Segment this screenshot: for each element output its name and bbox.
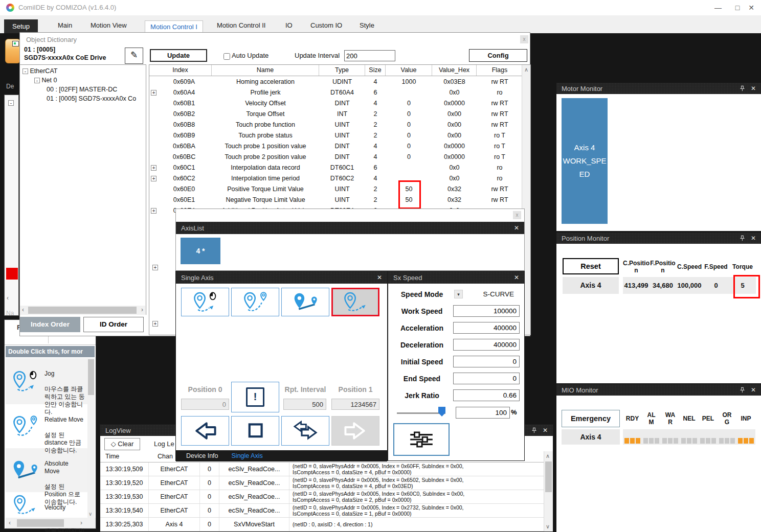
log-vertical-scrollbar[interactable]: ∧ ∨ (544, 451, 553, 531)
list-item-jog[interactable]: Jog 마우스를 좌클 릭하고 있는 동 안만 이송합니 다. (6, 358, 88, 404)
list-item-velocity[interactable]: Velocity Stop 명령이 입 력될 때까지 이 송합니다. (6, 492, 88, 518)
jog-mode-button[interactable] (181, 288, 229, 316)
config-button[interactable]: Config (469, 49, 527, 62)
navigator-horizontal-scrollbar[interactable]: ‹ › (6, 518, 96, 528)
mio-row-label[interactable]: Axis 4 (562, 429, 620, 445)
tree-node-ethercat[interactable]: - EtherCAT (23, 67, 57, 75)
close-button[interactable]: ✕ (744, 2, 758, 13)
log-row[interactable]: 13:30:25,303 Axis 4 0 SxVMoveStart (netI… (100, 518, 544, 531)
expand-icon[interactable]: + (151, 208, 156, 214)
scroll-up-icon[interactable]: ∧ (522, 66, 530, 73)
position0-input[interactable] (181, 399, 229, 410)
tree-node-net0[interactable]: - Net 0 (34, 77, 57, 84)
tab-custom-io[interactable]: Custom IO (310, 21, 342, 29)
speed-percent-input[interactable] (456, 407, 510, 419)
pin-icon[interactable] (739, 235, 746, 242)
repeat-move-button[interactable] (281, 416, 329, 446)
table-row[interactable]: 0x60BC Touch probe 2 position value DINT… (149, 151, 530, 162)
tab-main[interactable]: Main (58, 21, 72, 29)
reset-button[interactable]: Reset (563, 258, 619, 274)
close-icon[interactable]: ✕ (751, 386, 756, 394)
tab-motion-control-2[interactable]: Motion Control II (217, 21, 265, 29)
edit-device-button[interactable]: ✎ (125, 48, 143, 64)
speed-mode-dropdown[interactable]: ▾ (454, 290, 463, 298)
move-left-button[interactable] (181, 416, 229, 446)
rpt-interval-input[interactable] (283, 399, 326, 410)
scroll-left-icon[interactable]: ‹ (7, 294, 9, 302)
expand-icon[interactable]: + (151, 176, 156, 181)
minimize-button[interactable]: — (711, 2, 725, 13)
tree-collapse-icon[interactable]: - (8, 100, 14, 106)
tab-single-axis[interactable]: Single Axis (232, 452, 263, 459)
table-row[interactable]: 0x60B8 Touch probe function UINT 2 0 0x0… (149, 119, 530, 130)
scroll-down-icon[interactable]: ∨ (546, 523, 550, 530)
log-row[interactable]: 13:30:19,509 EtherCAT 0 ecSlv_ReadCoe...… (100, 462, 544, 476)
speed-settings-button[interactable] (393, 423, 450, 456)
expand-icon[interactable]: + (152, 321, 158, 327)
table-row[interactable]: 0x60B1 Velocity Offset DINT 4 0 0x0000 r… (149, 98, 530, 108)
close-icon[interactable]: ✕ (514, 224, 519, 232)
log-row[interactable]: 13:30:19,520 EtherCAT 0 ecSlv_ReadCoe...… (100, 476, 544, 490)
auto-update-checkbox[interactable] (223, 53, 230, 60)
table-row[interactable]: 0x609A Homing acceleration UDINT 4 1000 … (149, 76, 530, 87)
close-icon[interactable]: x (520, 35, 528, 43)
scroll-up-icon[interactable]: ∧ (546, 453, 550, 459)
tab-setup[interactable]: Setup (4, 19, 38, 33)
relative-move-mode-button[interactable] (231, 288, 279, 316)
tree-node-drive[interactable]: 01 : [0005] SGD7S-xxxxA0x Co (47, 95, 136, 102)
index-order-button[interactable]: Index Order (20, 317, 80, 332)
update-interval-input[interactable] (344, 50, 395, 61)
stop-button[interactable] (231, 416, 279, 446)
close-icon[interactable]: x (513, 211, 521, 219)
work-speed-input[interactable] (453, 305, 520, 317)
log-row[interactable]: 13:30:19,530 EtherCAT 0 ecSlv_ReadCoe...… (100, 490, 544, 504)
scroll-left-icon[interactable]: ‹ (9, 519, 11, 527)
log-row[interactable]: 13:30:19,540 EtherCAT 0 ecSlv_ReadCoe...… (100, 504, 544, 518)
toolbox-icon[interactable] (5, 39, 20, 63)
table-row[interactable]: + 0x60C2 Interpolation time period DT60C… (149, 173, 530, 183)
table-row[interactable]: + 0x60A4 Profile jerk DT60A4 6 0x0 ro (149, 87, 530, 98)
absolute-move-mode-button[interactable] (281, 288, 329, 316)
clear-button[interactable]: ◇ Clear (104, 438, 140, 450)
list-item-relative-move[interactable]: Relative Move 설정 된 distance 만큼 이송합니다. (6, 404, 88, 448)
collapse-icon[interactable]: - (23, 68, 28, 74)
tab-motion-view[interactable]: Motion View (91, 21, 127, 29)
tab-io[interactable]: IO (285, 21, 293, 29)
close-icon[interactable]: ✕ (514, 274, 519, 281)
pin-icon[interactable] (739, 387, 746, 394)
navigator-vertical-scrollbar[interactable]: ∨ (87, 358, 95, 518)
speed-ratio-slider-handle[interactable] (438, 407, 445, 417)
scroll-down-icon[interactable]: ∨ (88, 511, 92, 517)
position1-input[interactable] (331, 399, 379, 410)
tree-node-master[interactable]: 00 : [02FF] MASTER-DC (47, 86, 117, 93)
list-item-absolute-move[interactable]: Absolute Move 설정 된 Position 으로 이송합니다. (6, 448, 88, 492)
initial-speed-input[interactable] (453, 356, 520, 367)
close-icon[interactable]: ✕ (543, 427, 548, 434)
id-order-button[interactable]: ID Order (83, 317, 144, 332)
table-row[interactable]: 0x60B9 Touch probe status UINT 2 0 0x00 … (149, 130, 530, 141)
axis-4-button[interactable]: 4 * (181, 238, 220, 264)
collapse-icon[interactable]: - (34, 78, 40, 83)
pin-icon[interactable] (739, 85, 746, 92)
pin-icon[interactable] (531, 427, 538, 434)
velocity-mode-button[interactable] (331, 288, 379, 316)
tab-style[interactable]: Style (360, 21, 374, 29)
scroll-left-icon[interactable]: ‹ (22, 306, 24, 314)
move-right-button-disabled[interactable] (331, 416, 379, 446)
jerk-ratio-input[interactable] (453, 389, 520, 401)
acceleration-input[interactable] (453, 322, 520, 334)
expand-icon[interactable]: + (152, 265, 158, 270)
emergency-button[interactable]: Emergency (562, 410, 620, 427)
table-row[interactable]: 0x60B2 Torque Offset INT 2 0 0x00 rw RT (149, 108, 530, 119)
tab-device-info[interactable]: Device Info (186, 452, 218, 459)
table-row[interactable]: 0x60E0 Positive Torque Limit Value UINT … (149, 183, 530, 194)
scroll-right-icon[interactable]: › (80, 519, 82, 527)
end-speed-input[interactable] (453, 373, 520, 384)
table-row[interactable]: 0x60BA Touch probe 1 position value DINT… (149, 141, 530, 151)
tree-horizontal-scrollbar[interactable]: ‹ › (20, 306, 145, 315)
table-row[interactable]: 0x60E1 Negative Torque Limit Value UINT … (149, 194, 530, 205)
expand-icon[interactable]: + (151, 165, 156, 171)
speed-ratio-slider-track[interactable] (397, 412, 445, 414)
alert-stop-button[interactable]: ! (231, 382, 279, 412)
deceleration-input[interactable] (453, 339, 520, 351)
